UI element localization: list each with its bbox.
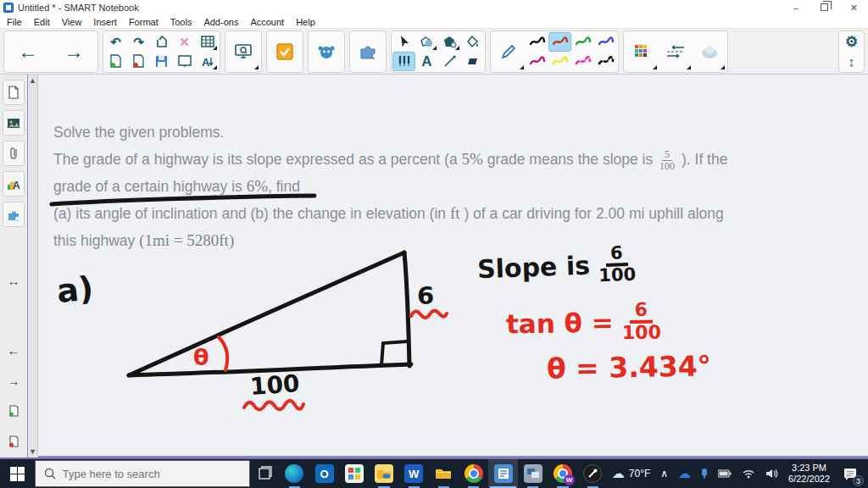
eraser-tool[interactable] [461,52,484,71]
delete-page-button[interactable] [127,52,150,71]
ink-pink-dash-swatch[interactable] [571,52,594,71]
line-tool[interactable] [438,52,461,71]
screen-capture-button[interactable] [226,32,260,71]
taskbar-clock[interactable]: 3:23 PM 6/22/2022 [784,459,834,488]
taskbar-app-chrome[interactable] [459,459,488,488]
start-button[interactable] [0,459,35,488]
taskbar-app-onedrive-folder[interactable] [369,459,398,488]
shapes-tool[interactable] [415,32,438,52]
color-palette-button[interactable] [625,32,659,71]
svg-text:A: A [202,56,210,68]
notification-center-button[interactable]: 3 [836,459,865,488]
save-button[interactable] [150,52,173,71]
pens-tool[interactable] [392,52,415,71]
sort-text-icon[interactable]: A [196,52,219,71]
tray-overflow-chevron[interactable]: ∧ [656,459,672,488]
next-page-button[interactable]: → [3,368,25,393]
activity-puzzle-button[interactable] [351,32,385,71]
taskbar-app-store[interactable] [339,459,369,488]
app-icon [3,3,14,13]
forward-button[interactable]: → [51,32,97,71]
weather-temp: 70°F [629,468,650,480]
delete-button[interactable]: ✕ [173,32,196,52]
ink-green-swatch[interactable] [571,32,594,52]
volume-icon[interactable] [761,459,782,488]
notebook-canvas[interactable]: Solve the given problems. The grade of a… [38,75,868,458]
polygon-tool[interactable] [438,32,461,52]
settings-gear-button[interactable]: ⚙ [840,32,863,53]
problem-line-1: Solve the given problems. [53,119,859,146]
usb-device-icon[interactable] [697,459,712,488]
taskbar-app-chrome-w[interactable]: W [548,459,577,488]
redo-button[interactable]: ↷ [127,32,150,52]
minimize-button[interactable]: – [793,3,798,14]
clock-date: 6/22/2022 [788,474,830,485]
title-bar: Untitled * - SMART Notebook – ✕ [0,0,868,15]
add-page-button[interactable] [104,52,127,71]
response-checkbox-button[interactable] [268,32,302,71]
search-input[interactable] [63,468,241,480]
window-title: Untitled * - SMART Notebook [18,3,793,13]
add-ons-tab[interactable] [3,202,25,227]
battery-icon[interactable] [714,459,736,488]
taskbar-app-outlook[interactable]: O [309,459,339,488]
previous-page-button[interactable]: ← [3,337,25,363]
hand-theta-result: θ = 3.434° [547,349,712,385]
line-style-button[interactable] [659,32,693,71]
fill-tool[interactable] [461,32,484,52]
task-view-button[interactable] [250,459,280,488]
ink-red-swatch[interactable] [548,32,571,52]
text-tool[interactable]: A [415,52,438,71]
menu-file[interactable]: File [7,17,22,27]
ink-yellow-swatch[interactable] [548,52,571,71]
taskbar-app-file-explorer[interactable] [429,459,459,488]
smart-creature-button[interactable] [309,32,343,71]
taskbar-app-dark[interactable] [578,459,608,488]
taskbar-app-remote-desktop[interactable] [518,459,548,488]
menu-addons[interactable]: Add-ons [203,17,238,27]
ink-black-swatch[interactable] [526,32,548,52]
taskbar-search[interactable] [35,460,250,487]
attachments-tab[interactable] [3,141,25,166]
ink-blue-swatch[interactable] [594,32,617,52]
problem-line-3: grade of a certain highway is 6%, find [53,173,859,200]
export-page-icon[interactable] [150,32,173,52]
scroll-down-icon[interactable]: ▼ [29,447,36,456]
undo-button[interactable]: ↶ [104,32,127,52]
onedrive-tray-icon[interactable]: ☁ [674,459,695,488]
sidebar-add-page-button[interactable] [3,398,25,424]
restore-button[interactable] [821,3,828,14]
menu-insert[interactable]: Insert [93,17,117,27]
menu-help[interactable]: Help [296,17,315,27]
screen-shade-icon[interactable] [173,52,196,71]
ink-black-dash-swatch[interactable] [594,52,617,71]
wifi-icon[interactable] [737,459,760,488]
vertical-scrollbar[interactable]: ▲ ▼ [27,75,38,458]
menu-account[interactable]: Account [250,17,284,27]
menu-format[interactable]: Format [129,17,159,27]
magic-blob-button[interactable] [693,32,726,71]
extend-page-icon[interactable]: ↔ [3,268,25,293]
close-button[interactable]: ✕ [850,3,858,14]
taskbar-app-edge[interactable] [280,459,309,488]
sidebar-delete-page-button[interactable] [3,429,25,454]
pen-type-button[interactable] [492,32,526,71]
move-toolbar-button[interactable]: ↕ [840,53,863,71]
ink-magenta-swatch[interactable] [526,52,548,71]
back-button[interactable]: ← [5,32,51,71]
gallery-tab[interactable] [3,110,25,136]
scroll-up-icon[interactable]: ▲ [29,76,36,85]
properties-tab[interactable]: A [3,171,25,197]
menu-view[interactable]: View [62,17,82,27]
menu-tools[interactable]: Tools [170,17,192,27]
menu-edit[interactable]: Edit [34,17,50,27]
taskbar-app-smart-notebook[interactable] [488,459,518,488]
weather-widget[interactable]: ☁ 70°F [608,459,654,488]
windows-taskbar: O W W ☁ 70°F ∧ ☁ 3:23 PM 6/22/2022 [0,458,868,488]
taskbar-app-word[interactable]: W [399,459,429,488]
page-sorter-tab[interactable] [3,80,25,105]
search-icon [44,468,56,480]
clock-time: 3:23 PM [792,463,826,474]
select-tool[interactable] [392,32,415,52]
table-icon[interactable] [196,32,219,52]
